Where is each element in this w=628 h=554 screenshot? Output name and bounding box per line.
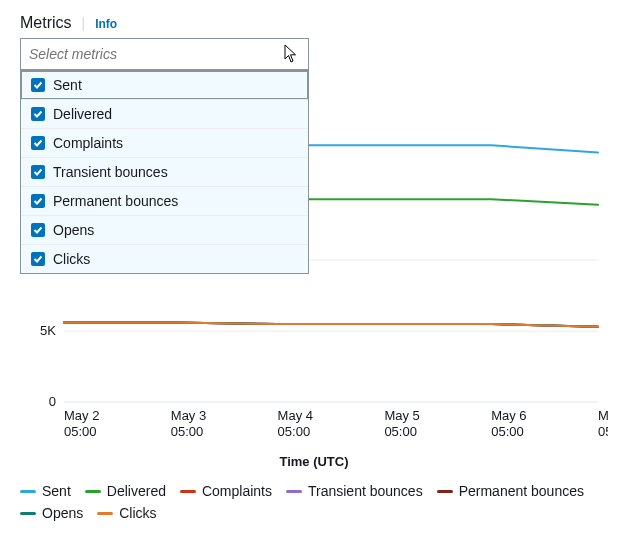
- svg-text:05:00: 05:00: [171, 424, 204, 439]
- legend-swatch: [20, 512, 36, 515]
- svg-text:05:00: 05:00: [598, 424, 608, 439]
- svg-text:May 2: May 2: [64, 408, 99, 423]
- checkbox-icon: [31, 223, 45, 237]
- option-transient-bounces[interactable]: Transient bounces: [21, 157, 308, 186]
- legend-item-clicks: Clicks: [97, 505, 156, 521]
- legend-item-transient-bounces: Transient bounces: [286, 483, 423, 499]
- legend-swatch: [85, 490, 101, 493]
- legend-item-opens: Opens: [20, 505, 83, 521]
- option-complaints[interactable]: Complaints: [21, 128, 308, 157]
- svg-text:May 6: May 6: [491, 408, 526, 423]
- legend-label: Sent: [42, 483, 71, 499]
- legend-item-complaints: Complaints: [180, 483, 272, 499]
- svg-text:0: 0: [49, 394, 56, 409]
- option-label: Opens: [53, 222, 94, 238]
- option-label: Transient bounces: [53, 164, 168, 180]
- option-label: Delivered: [53, 106, 112, 122]
- option-permanent-bounces[interactable]: Permanent bounces: [21, 186, 308, 215]
- svg-text:05:00: 05:00: [278, 424, 311, 439]
- svg-text:05:00: 05:00: [64, 424, 97, 439]
- svg-text:5K: 5K: [40, 323, 56, 338]
- legend-label: Clicks: [119, 505, 156, 521]
- x-axis-label: Time (UTC): [20, 454, 608, 469]
- legend-item-delivered: Delivered: [85, 483, 166, 499]
- legend-label: Delivered: [107, 483, 166, 499]
- legend-label: Complaints: [202, 483, 272, 499]
- page-title: Metrics: [20, 14, 72, 32]
- info-link[interactable]: Info: [95, 17, 117, 31]
- option-clicks[interactable]: Clicks: [21, 244, 308, 273]
- legend-item-sent: Sent: [20, 483, 71, 499]
- checkbox-icon: [31, 107, 45, 121]
- checkbox-icon: [31, 194, 45, 208]
- checkbox-icon: [31, 252, 45, 266]
- option-label: Complaints: [53, 135, 123, 151]
- svg-text:May 5: May 5: [384, 408, 419, 423]
- option-label: Clicks: [53, 251, 90, 267]
- legend-swatch: [180, 490, 196, 493]
- legend-swatch: [437, 490, 453, 493]
- metrics-select-input[interactable]: [20, 38, 309, 70]
- option-label: Permanent bounces: [53, 193, 178, 209]
- option-opens[interactable]: Opens: [21, 215, 308, 244]
- chart-legend: SentDeliveredComplaintsTransient bounces…: [20, 483, 608, 521]
- legend-swatch: [20, 490, 36, 493]
- header-divider: |: [82, 15, 86, 31]
- svg-text:05:00: 05:00: [384, 424, 417, 439]
- svg-text:May 3: May 3: [171, 408, 206, 423]
- metrics-dropdown[interactable]: SentDeliveredComplaintsTransient bounces…: [20, 70, 309, 274]
- checkbox-icon: [31, 136, 45, 150]
- legend-swatch: [286, 490, 302, 493]
- legend-label: Permanent bounces: [459, 483, 584, 499]
- legend-item-permanent-bounces: Permanent bounces: [437, 483, 584, 499]
- svg-text:05:00: 05:00: [491, 424, 524, 439]
- checkbox-icon: [31, 165, 45, 179]
- checkbox-icon: [31, 78, 45, 92]
- option-delivered[interactable]: Delivered: [21, 99, 308, 128]
- option-sent[interactable]: Sent: [21, 70, 308, 99]
- legend-label: Transient bounces: [308, 483, 423, 499]
- metrics-multiselect[interactable]: SentDeliveredComplaintsTransient bounces…: [20, 38, 309, 70]
- svg-text:May 4: May 4: [278, 408, 313, 423]
- legend-swatch: [97, 512, 113, 515]
- svg-text:May 7: May 7: [598, 408, 608, 423]
- option-label: Sent: [53, 77, 82, 93]
- legend-label: Opens: [42, 505, 83, 521]
